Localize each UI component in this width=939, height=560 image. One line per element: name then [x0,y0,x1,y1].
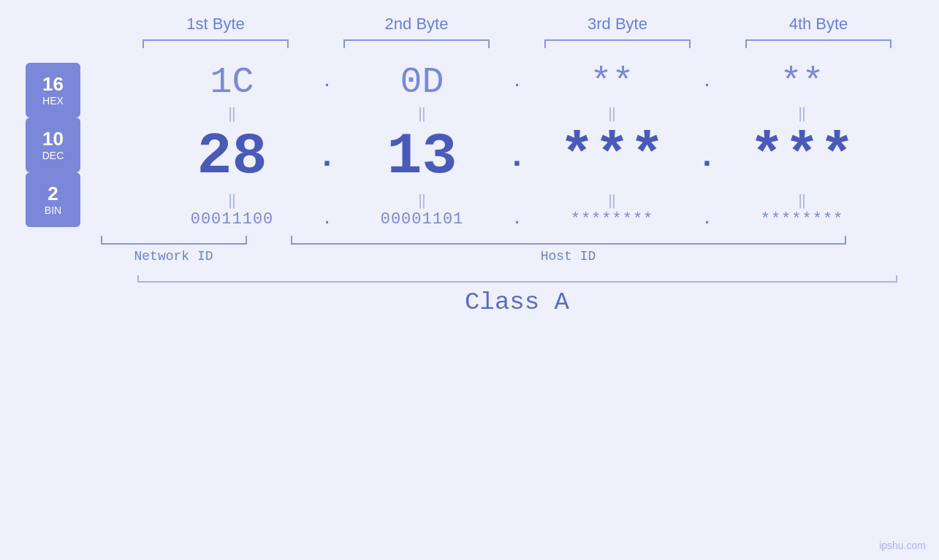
byte-label-4: 4th Byte [738,15,899,34]
hex-b3: ** [539,61,685,103]
hex-b1: 1C [159,61,305,103]
bin-dot-3: . [685,210,729,229]
class-bracket [137,275,897,283]
bracket-1 [142,39,289,48]
hex-row: 1C . 0D . ** . ** [101,61,934,103]
bin-dot-2: . [495,210,539,229]
class-row: Class A [101,275,934,316]
hex-dot-2: . [495,73,539,91]
top-brackets [115,39,919,48]
header-row: 1st Byte 2nd Byte 3rd Byte 4th Byte [115,0,919,34]
equals-row-1: ‖ ‖ ‖ ‖ [101,103,934,123]
network-id-bracket [101,236,247,245]
bin-b1: 00011100 [159,210,305,229]
hex-b2: 0D [349,61,495,103]
dec-b3: *** [539,123,685,190]
dec-dot-3: . [685,139,729,175]
hex-badge: 16 HEX [26,63,80,118]
bottom-brackets-area: Network ID Host ID [101,236,934,264]
bin-dot-1: . [305,210,349,229]
main-container: 1st Byte 2nd Byte 3rd Byte 4th Byte 16 H… [0,0,939,560]
byte-label-1: 1st Byte [135,15,296,34]
dec-dot-2: . [495,139,539,175]
bin-b2: 00001101 [349,210,495,229]
host-id-label: Host ID [291,249,846,264]
host-id-bracket [291,236,846,245]
bin-row: 00011100 . 00001101 . ******** . *******… [101,210,934,229]
dec-b2: 13 [349,123,495,190]
byte-label-2: 2nd Byte [336,15,497,34]
base-labels-column: 16 HEX 10 DEC 2 BIN [6,55,101,234]
dec-dot-1: . [305,139,349,175]
hex-dot-3: . [685,73,729,91]
watermark: ipshu.com [879,540,926,551]
hex-dot-1: . [305,73,349,91]
equals-row-2: ‖ ‖ ‖ ‖ [101,190,934,210]
bracket-3 [544,39,691,48]
hex-b4: ** [729,61,875,103]
bracket-2 [343,39,490,48]
bin-badge: 2 BIN [26,172,80,227]
class-label: Class A [101,288,934,316]
dec-b4: *** [729,123,875,190]
bin-b4: ******** [729,210,875,229]
dec-row: 28 . 13 . *** . *** [101,123,934,190]
bin-b3: ******** [539,210,685,229]
network-id-label: Network ID [101,249,247,264]
dec-b1: 28 [159,123,305,190]
bracket-4 [745,39,892,48]
byte-label-3: 3rd Byte [537,15,698,34]
dec-badge: 10 DEC [26,118,80,172]
